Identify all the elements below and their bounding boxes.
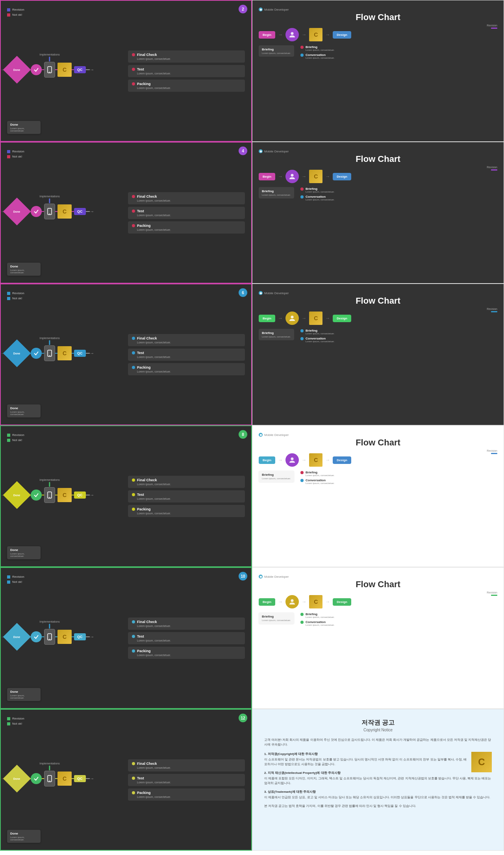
connector5: [86, 353, 90, 354]
revision-top: Revision: [487, 308, 497, 312]
briefing-text: Lorem ipsum, consectetuer.: [262, 336, 291, 338]
list-item-text: Lorem ipsum, consectetuer.: [137, 654, 241, 657]
flow-arrow: →: [324, 32, 331, 37]
gold-c-logo: C: [471, 752, 492, 772]
list-dot: [132, 762, 135, 765]
rev-dot: [7, 434, 10, 437]
flow-chart-title: Flow Chart: [259, 438, 497, 448]
rev-dot: [7, 292, 10, 295]
rev-dot: [7, 722, 10, 725]
check-circle: [31, 64, 42, 75]
diamond-text: Done: [13, 493, 20, 496]
copyright-section-text: 이 제품에서 언급된 모든 상표, 로고 및 서비스 마크는 당사 또는 해당 …: [264, 795, 492, 800]
list-dot: [132, 479, 135, 482]
rev-dot: [7, 297, 10, 300]
diamond-text: Done: [13, 68, 20, 71]
personal-node-1: [285, 28, 299, 41]
flow-chart-title: Flow Chart: [259, 296, 497, 306]
right-dark-cell-r2c2: Mobile Developer Flow Chart Revision Beg…: [252, 142, 504, 284]
sub-dot: [300, 46, 304, 49]
copyright-section-text: 이 제품에 포함된 모든 디자인, 이미지, 그래픽, 텍스트 및 소프트웨어는…: [264, 776, 492, 786]
svg-point-2: [291, 32, 294, 35]
done-popup-title: Done: [10, 123, 37, 126]
sub-item-0: Briefing Lorem ipsum, consectetuer.: [300, 612, 335, 618]
flow-node-0[interactable]: Begin: [259, 173, 275, 180]
gold-box: C: [57, 204, 72, 219]
right-dark-cell-r3c2: Mobile Developer Flow Chart Revision Beg…: [252, 284, 504, 425]
mobile-dev-text: Mobile Developer: [264, 575, 289, 579]
rev-item-1: Not ok!: [7, 438, 124, 442]
flow-node[interactable]: Design: [333, 598, 351, 606]
rev-label: Not ok!: [12, 580, 22, 584]
list-item-title: Packing: [137, 649, 151, 653]
briefing-card: Briefing Lorem ipsum, consectetuer.: [259, 612, 294, 624]
list-card-0: Final Check Lorem ipsum, consectetuer.: [128, 618, 245, 630]
qc-box: QC: [74, 350, 86, 357]
qc-box: QC: [74, 208, 86, 215]
qc-box: QC: [74, 491, 86, 499]
flow-node-0[interactable]: Begin: [259, 315, 275, 322]
briefing-text: Lorem ipsum, consectetuer.: [262, 52, 291, 54]
flow-chart-title: Flow Chart: [259, 579, 497, 590]
revision-label: Revision: [487, 591, 497, 594]
mobile-dev-text: Mobile Developer: [264, 8, 289, 11]
rev-item-1: Not ok!: [7, 13, 124, 17]
revision-top: Revision: [487, 24, 497, 29]
list-dot: [132, 337, 135, 340]
check-circle: [31, 490, 42, 501]
flow-node[interactable]: Design: [333, 456, 351, 464]
mobile-dev-text: Mobile Developer: [264, 433, 289, 437]
list-dot: [132, 53, 135, 56]
done-popup-text: Lorem ipsum, consectetuer.: [10, 411, 37, 415]
phone-icon: [44, 62, 55, 78]
flow-chart-title: Flow Chart: [259, 12, 497, 22]
done-popup-text: Lorem ipsum, consectetuer.: [10, 269, 37, 274]
rev-dot: [7, 150, 10, 153]
list-card-1: Test Lorem ipsum, consectetuer.: [128, 207, 245, 219]
rev-item-1: Not ok!: [7, 580, 124, 584]
rev-item-0: Revision: [7, 150, 124, 153]
rev-item-0: Revision: [7, 575, 124, 579]
sub-text: Lorem ipsum, consectetuer.: [306, 57, 335, 59]
list-item-title: Packing: [137, 82, 151, 86]
sub-items-list: Briefing Lorem ipsum, consectetuer. Conv…: [300, 45, 335, 61]
flow-node[interactable]: Begin: [259, 598, 275, 606]
flow-arrow: →: [324, 457, 331, 463]
bottom-section: Briefing Lorem ipsum, consectetuer. Brie…: [259, 187, 497, 203]
mobile-dev-text: Mobile Developer: [264, 291, 289, 295]
flow-node-3[interactable]: Design: [333, 315, 351, 322]
svg-point-5: [291, 174, 294, 177]
copyright-sections: 1. 저작권(Copyright)에 대한 주의사항 이 소프트웨어 및 관련 …: [264, 752, 492, 809]
svg-point-8: [291, 316, 294, 319]
sub-dot: [300, 621, 304, 624]
badge-number: 2: [239, 5, 247, 13]
connector5: [86, 69, 90, 70]
briefing-text: Lorem ipsum, consectetuer.: [262, 619, 291, 621]
flow-node[interactable]: Begin: [259, 456, 275, 464]
done-popup-title: Done: [10, 406, 37, 410]
flow-node-3[interactable]: Design: [333, 173, 351, 180]
list-item-text: Lorem ipsum, consectetuer.: [137, 72, 241, 75]
copyright-section-1: 2. 지적 재산권(Intellectual Property)에 대한 주의사…: [264, 771, 492, 786]
right-arrow: →: [90, 634, 94, 640]
bottom-section: Briefing Lorem ipsum, consectetuer. Brie…: [259, 45, 497, 61]
rev-dot: [7, 581, 10, 584]
list-card-0: Final Check Lorem ipsum, consectetuer.: [128, 759, 245, 772]
gold-box: C: [57, 488, 72, 502]
rev-label: Not ok!: [12, 722, 22, 725]
left-cell-r1c1: 2 Revision Not ok! → Done: [0, 0, 252, 142]
list-dot: [132, 224, 135, 227]
revision-labels: Revision Not ok!: [7, 291, 124, 300]
qc-box: QC: [74, 633, 86, 640]
rev-label: Revision: [12, 291, 24, 295]
list-dot: [132, 620, 135, 623]
badge-number: 6: [239, 288, 247, 297]
copyright-section-0: 1. 저작권(Copyright)에 대한 주의사항 이 소프트웨어 및 관련 …: [264, 752, 492, 767]
list-dot: [132, 210, 135, 213]
list-item-title: Test: [137, 67, 144, 71]
flow-node-3[interactable]: Design: [333, 31, 351, 39]
bottom-section: Briefing Lorem ipsum, consectetuer. Brie…: [259, 329, 497, 345]
rev-item-0: Revision: [7, 717, 124, 720]
flow-node-0[interactable]: Begin: [259, 31, 275, 39]
impl-label: Implementations: [39, 479, 59, 481]
